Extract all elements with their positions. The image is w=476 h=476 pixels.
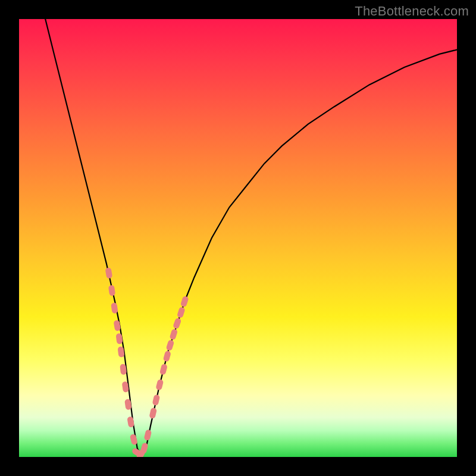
marker-point — [180, 296, 189, 308]
marker-point — [152, 394, 161, 406]
watermark-text: TheBottleneck.com — [355, 4, 469, 19]
marker-point — [163, 350, 171, 362]
marker-point — [149, 408, 157, 419]
bottleneck-curve — [45, 19, 457, 457]
marker-point — [159, 364, 168, 375]
marker-point — [111, 302, 118, 314]
chart-svg — [19, 19, 457, 457]
marker-point — [177, 306, 186, 318]
marker-point — [169, 328, 178, 340]
marker-point — [165, 339, 174, 351]
marker-point — [155, 379, 164, 391]
marker-point — [127, 416, 134, 427]
marker-point — [105, 267, 112, 278]
marker-group — [105, 267, 189, 457]
marker-point — [113, 320, 121, 331]
plot-area — [19, 19, 457, 457]
marker-point — [173, 317, 182, 329]
marker-point — [143, 429, 152, 441]
marker-point — [108, 285, 116, 296]
chart-frame: TheBottleneck.com — [0, 0, 476, 476]
